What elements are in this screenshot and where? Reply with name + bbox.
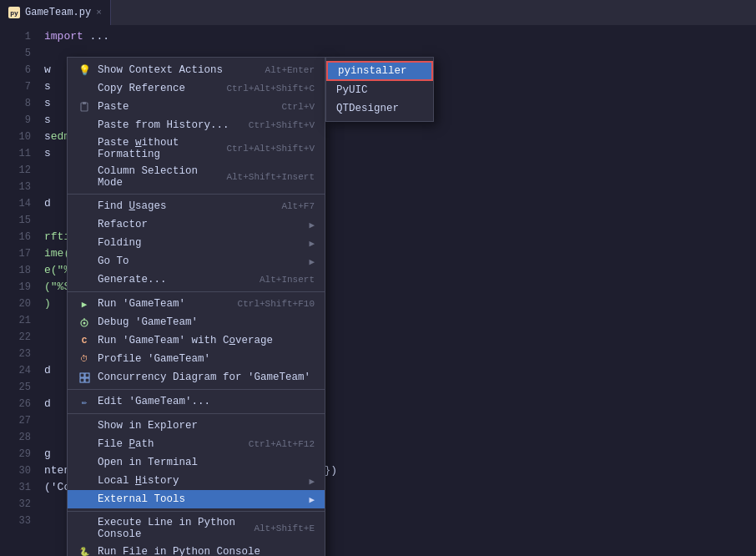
menu-item-execute-line[interactable]: Execute Line in Python Console Alt+Shift… [68,514,325,543]
menu-item-run-gameteam[interactable]: ▶ Run 'GameTeam' Ctrl+Shift+F10 [68,295,325,313]
show-explorer-label: Show in Explorer [98,420,315,432]
refactor-arrow: ▶ [309,220,315,230]
paste-no-format-icon [78,142,91,155]
run-file-console-label: Run File in Python Console [98,546,315,556]
context-menu: 💡 Show Context Actions Alt+Enter Copy Re… [67,57,325,556]
run-gameteam-label: Run 'GameTeam' [98,298,231,310]
tab-py-icon: py [8,7,20,18]
external-tools-label: External Tools [98,493,309,505]
column-mode-shortcut: Alt+Shift+Insert [226,172,315,182]
execute-line-label: Execute Line in Python Console [98,517,247,540]
menu-item-external-tools[interactable]: External Tools ▶ [68,490,325,508]
refactor-icon [78,218,91,231]
submenu-item-pyuic[interactable]: PyUIC [326,81,433,99]
tab-bar: py GameTeam.py × [0,0,756,25]
file-path-shortcut: Ctrl+Alt+F12 [249,439,315,449]
menu-item-paste-history[interactable]: Paste from History... Ctrl+Shift+V [68,116,325,134]
copy-ref-icon [78,82,91,95]
external-tools-submenu: pyinstaller PyUIC QTDesigner [325,57,434,122]
separator-5 [68,511,325,512]
menu-item-profile-gameteam[interactable]: ⏱ Profile 'GameTeam' [68,350,325,368]
svg-point-4 [83,322,86,325]
paste-history-icon [78,119,91,132]
paste-history-label: Paste from History... [98,119,242,131]
go-to-icon [78,255,91,268]
svg-rect-1 [83,102,86,104]
menu-item-find-usages[interactable]: Find Usages Alt+F7 [68,197,325,215]
generate-shortcut: Alt+Insert [260,275,315,285]
run-coverage-label: Run 'GameTeam' with Coverage [98,335,315,346]
show-context-icon: 💡 [78,63,91,77]
show-explorer-icon [78,419,91,432]
menu-item-copy-reference[interactable]: Copy Reference Ctrl+Alt+Shift+C [68,79,325,98]
copy-ref-label: Copy Reference [98,83,219,94]
refactor-label: Refactor [98,219,309,230]
debug-gameteam-label: Debug 'GameTeam' [98,316,315,328]
menu-item-local-history[interactable]: Local History ▶ [68,472,325,490]
find-usages-icon [78,200,91,213]
column-mode-icon [78,170,91,184]
execute-line-shortcut: Alt+Shift+E [254,523,315,533]
paste-no-format-shortcut: Ctrl+Alt+Shift+V [226,144,315,154]
svg-rect-5 [80,373,84,377]
submenu-item-pyinstaller[interactable]: pyinstaller [326,61,433,81]
menu-item-generate[interactable]: Generate... Alt+Insert [68,270,325,289]
svg-rect-8 [85,378,89,382]
paste-icon [78,100,91,114]
menu-item-file-path[interactable]: File Path Ctrl+Alt+F12 [68,435,325,453]
go-to-arrow: ▶ [309,256,315,267]
separator-1 [68,194,325,195]
menu-item-debug-gameteam[interactable]: Debug 'GameTeam' [68,313,325,331]
tab-label: GameTeam.py [25,7,91,18]
pyuic-label: PyUIC [336,84,368,96]
run-gameteam-shortcut: Ctrl+Shift+F10 [238,299,315,309]
menu-item-concurrency[interactable]: Concurrency Diagram for 'GameTeam' [68,368,325,387]
svg-rect-6 [85,373,89,377]
submenu-item-qtdesigner[interactable]: QTDesigner [326,99,433,118]
menu-item-show-context-actions[interactable]: 💡 Show Context Actions Alt+Enter [68,61,325,79]
open-terminal-label: Open in Terminal [98,457,315,468]
folding-icon [78,236,91,250]
file-path-label: File Path [98,438,242,450]
paste-label: Paste [98,101,275,113]
show-context-label: Show Context Actions [98,64,259,76]
profile-gameteam-icon: ⏱ [78,352,91,366]
copy-ref-shortcut: Ctrl+Alt+Shift+C [226,83,315,94]
svg-rect-7 [80,378,84,382]
menu-item-run-coverage[interactable]: C Run 'GameTeam' with Coverage [68,331,325,350]
paste-history-shortcut: Ctrl+Shift+V [249,120,315,130]
concurrency-label: Concurrency Diagram for 'GameTeam' [98,372,315,383]
menu-item-run-file-console[interactable]: 🐍 Run File in Python Console [68,543,325,556]
tab-gameteam[interactable]: py GameTeam.py × [0,0,111,25]
menu-item-show-explorer[interactable]: Show in Explorer [68,417,325,435]
separator-3 [68,389,325,390]
external-tools-icon [78,493,91,506]
find-usages-shortcut: Alt+F7 [281,201,315,211]
menu-item-column-mode[interactable]: Column Selection Mode Alt+Shift+Insert [68,163,325,191]
edit-gameteam-label: Edit 'GameTeam'... [98,396,315,407]
file-path-icon [78,437,91,451]
menu-item-go-to[interactable]: Go To ▶ [68,252,325,270]
menu-item-open-terminal[interactable]: Open in Terminal [68,453,325,472]
concurrency-icon [78,371,91,384]
menu-item-folding[interactable]: Folding ▶ [68,234,325,252]
tab-close-button[interactable]: × [96,8,102,18]
external-tools-arrow: ▶ [309,494,315,505]
go-to-label: Go To [98,255,309,267]
paste-no-format-label: Paste without Formatting [98,137,219,160]
menu-item-paste-no-format[interactable]: Paste without Formatting Ctrl+Alt+Shift+… [68,134,325,163]
local-history-arrow: ▶ [309,476,315,487]
folding-label: Folding [98,237,309,249]
qtdesigner-label: QTDesigner [336,103,399,114]
menu-item-paste[interactable]: Paste Ctrl+V [68,98,325,116]
menu-item-refactor[interactable]: Refactor ▶ [68,215,325,234]
menu-item-edit-gameteam[interactable]: ✏ Edit 'GameTeam'... [68,392,325,411]
line-numbers: 1 5 6 7 8 9 10 11 12 13 14 15 16 17 18 1… [0,25,38,556]
debug-gameteam-icon [78,316,91,329]
local-history-label: Local History [98,475,309,487]
generate-icon [78,273,91,286]
execute-line-icon [78,522,91,535]
generate-label: Generate... [98,274,253,286]
pyinstaller-label: pyinstaller [338,65,407,77]
folding-arrow: ▶ [309,238,315,249]
